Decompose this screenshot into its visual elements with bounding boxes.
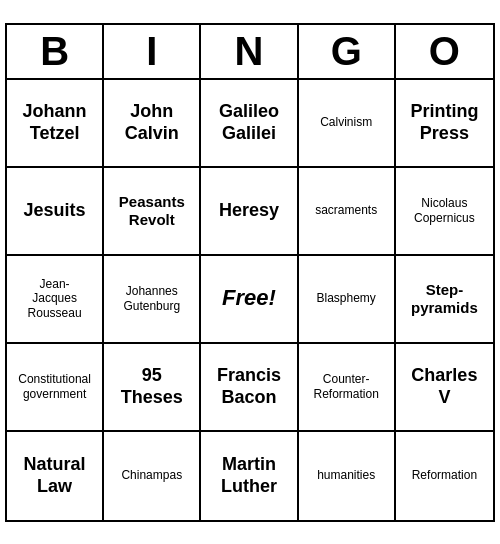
cell-16: 95Theses xyxy=(104,344,201,432)
cell-24: Reformation xyxy=(396,432,493,520)
cell-19: CharlesV xyxy=(396,344,493,432)
cell-0: JohannTetzel xyxy=(7,80,104,168)
cell-14: Step-pyramids xyxy=(396,256,493,344)
cell-18: Counter-Reformation xyxy=(299,344,396,432)
letter-b: B xyxy=(7,25,104,78)
bingo-card: B I N G O JohannTetzel JohnCalvin Galile… xyxy=(5,23,495,522)
cell-8: sacraments xyxy=(299,168,396,256)
cell-23: humanities xyxy=(299,432,396,520)
cell-17: FrancisBacon xyxy=(201,344,298,432)
cell-6: PeasantsRevolt xyxy=(104,168,201,256)
cell-1: JohnCalvin xyxy=(104,80,201,168)
cell-22: MartinLuther xyxy=(201,432,298,520)
cell-3: Calvinism xyxy=(299,80,396,168)
letter-o: O xyxy=(396,25,493,78)
cell-7: Heresy xyxy=(201,168,298,256)
letter-i: I xyxy=(104,25,201,78)
bingo-grid: JohannTetzel JohnCalvin GalileoGalilei C… xyxy=(7,80,493,520)
cell-11: JohannesGutenburg xyxy=(104,256,201,344)
cell-4: PrintingPress xyxy=(396,80,493,168)
cell-9: NicolausCopernicus xyxy=(396,168,493,256)
cell-15: Constitutionalgovernment xyxy=(7,344,104,432)
cell-2: GalileoGalilei xyxy=(201,80,298,168)
cell-10: Jean-JacquesRousseau xyxy=(7,256,104,344)
cell-20: NaturalLaw xyxy=(7,432,104,520)
cell-21: Chinampas xyxy=(104,432,201,520)
cell-5: Jesuits xyxy=(7,168,104,256)
letter-g: G xyxy=(299,25,396,78)
letter-n: N xyxy=(201,25,298,78)
bingo-header: B I N G O xyxy=(7,25,493,80)
cell-13: Blasphemy xyxy=(299,256,396,344)
cell-free: Free! xyxy=(201,256,298,344)
